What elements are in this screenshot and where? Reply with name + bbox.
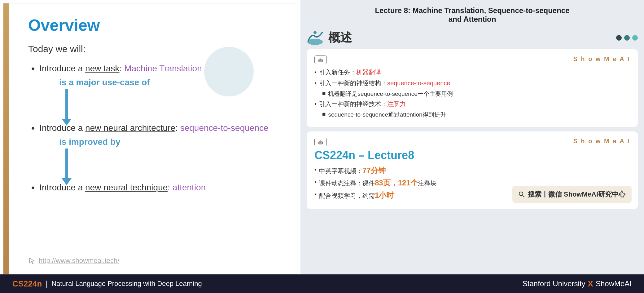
card2-dot-2: • xyxy=(314,179,317,186)
svg-point-1 xyxy=(313,31,317,34)
bullet-text-2: Introduce a new neural architecture: seq… xyxy=(39,123,268,133)
card1-sub-text-1: 机器翻译是sequence-to-sequence一个主要用例 xyxy=(328,90,453,98)
right-panel: Lecture 8: Machine Translation, Sequence… xyxy=(300,0,644,277)
card1-sub-text-2: sequence-to-sequence通过attention得到提升 xyxy=(328,111,446,119)
card1-bullet-1: • 引入新任务：机器翻译 xyxy=(314,68,630,77)
card1-dot-1: • xyxy=(314,69,317,76)
slide-left-bar xyxy=(3,3,9,274)
card2-text-1: 中英字幕视频：77分钟 xyxy=(319,166,386,175)
card1-text-1: 引入新任务：机器翻译 xyxy=(319,68,381,77)
card-1: 🤖 S h o w M e A I • 引入新任务：机器翻译 • 引入一种新的神… xyxy=(307,49,638,127)
bullet-dot-1: • xyxy=(31,63,35,74)
card2-brand: S h o w M e A I xyxy=(573,138,630,145)
bullet-dot-2: • xyxy=(31,122,35,134)
url-text[interactable]: http://www.showmeai.tech/ xyxy=(39,257,119,265)
bottom-bar: CS224n | Natural Language Processing wit… xyxy=(0,274,644,293)
dot-1 xyxy=(616,35,622,41)
svg-point-2 xyxy=(519,192,523,196)
arrow-down-1 xyxy=(65,89,68,120)
svg-line-3 xyxy=(523,195,524,197)
card1-dot-3: • xyxy=(314,100,317,108)
card2-ai-badge: 🤖 xyxy=(314,138,327,146)
card1-bullet-list: • 引入新任务：机器翻译 • 引入一种新的神经结构：sequence-to-se… xyxy=(314,68,630,119)
card2-title: CS224n – Lecture8 xyxy=(314,149,630,162)
underline-new-task: new task xyxy=(85,64,120,73)
slide-title: Overview xyxy=(28,16,278,34)
card1-bullet-3: • 引入一种新的神经技术：注意力 xyxy=(314,100,630,108)
card2-dot-3: • xyxy=(314,191,317,198)
arrow-down-2 xyxy=(65,149,68,180)
bullet-text-1: Introduce a new task: Machine Translatio… xyxy=(39,64,202,73)
seq2seq-text: sequence-to-sequence xyxy=(180,123,269,133)
lecture-title-text: Lecture 8: Machine Translation, Sequence… xyxy=(375,6,569,23)
card-2: 🤖 S h o w M e A I CS224n – Lecture8 • 中英… xyxy=(307,131,638,209)
slide-url: http://www.showmeai.tech/ xyxy=(28,257,119,265)
section-title-row: 概述 xyxy=(307,30,638,46)
bottom-separator: | xyxy=(46,279,48,289)
card1-sub-2: ■ sequence-to-sequence通过attention得到提升 xyxy=(322,111,630,119)
card1-sub-1: ■ 机器翻译是sequence-to-sequence一个主要用例 xyxy=(322,90,630,98)
card1-colored-3: 注意力 xyxy=(387,100,406,107)
section-title-left: 概述 xyxy=(307,30,352,46)
lecture-header: Lecture 8: Machine Translation, Sequence… xyxy=(307,3,638,27)
card2-dot-1: • xyxy=(314,166,317,173)
card1-text-3: 引入一种新的神经技术：注意力 xyxy=(319,100,406,108)
main-container: Overview Today we will: • Introduce a ne… xyxy=(0,0,644,277)
bottom-subtitle: Natural Language Processing with Deep Le… xyxy=(51,280,202,288)
card2-badge-text: 🤖 xyxy=(318,140,323,144)
bottom-right: Stanford University X ShowMeAI xyxy=(523,279,632,289)
card2-bullet-1: • 中英字幕视频：77分钟 xyxy=(314,166,630,175)
bottom-cs224n: CS224n xyxy=(12,279,42,289)
wave-icon xyxy=(307,30,324,46)
bottom-x: X xyxy=(588,279,593,289)
dot-2 xyxy=(624,35,630,41)
attention-text: attention xyxy=(173,183,206,192)
search-overlay[interactable]: 搜索丨微信 ShowMeAI研究中心 xyxy=(512,186,632,203)
bullet-dot-3: • xyxy=(31,182,35,193)
card1-dot-2: • xyxy=(314,80,317,87)
bottom-stanford: Stanford University xyxy=(523,279,585,288)
card2-text-3: 配合视频学习，约需1小时 xyxy=(319,190,394,200)
slide-panel: Overview Today we will: • Introduce a ne… xyxy=(3,3,297,274)
cursor-icon xyxy=(28,257,36,265)
machine-translation-text: Machine Translation xyxy=(124,64,202,73)
circle-decoration xyxy=(204,47,254,96)
card1-sub-icon-1: ■ xyxy=(322,90,326,97)
dots-row xyxy=(616,35,638,41)
card2-text-2: 课件动态注释：课件83页，121个注释块 xyxy=(319,178,436,188)
card1-brand: S h o w M e A I xyxy=(573,55,630,63)
bottom-left: CS224n | Natural Language Processing wit… xyxy=(12,279,202,289)
card1-text-2: 引入一种新的神经结构：sequence-to-sequence xyxy=(319,79,450,87)
search-icon xyxy=(519,191,525,198)
card1-badge-text: 🤖 xyxy=(318,58,323,62)
dot-3 xyxy=(632,35,638,41)
card2-colored-2: 83页，121个 xyxy=(375,179,418,187)
card1-ai-badge: 🤖 xyxy=(314,55,327,64)
bottom-showmeai: ShowMeAI xyxy=(596,279,632,288)
card2-colored-3: 1小时 xyxy=(375,191,394,199)
card2-colored-1: 77分钟 xyxy=(362,166,386,175)
card1-sub-icon-2: ■ xyxy=(322,111,326,118)
arrow-section-2: is improved by xyxy=(53,137,278,180)
card1-bullet-2: • 引入一种新的神经结构：sequence-to-sequence xyxy=(314,79,630,87)
underline-neural-tech: new neural technique xyxy=(85,183,168,192)
search-text: 搜索丨微信 ShowMeAI研究中心 xyxy=(528,190,625,199)
arrow-label-1: is a major use-case of xyxy=(59,78,150,87)
card1-colored-2: sequence-to-sequence xyxy=(387,80,450,87)
svg-point-0 xyxy=(307,39,323,45)
section-title-text: 概述 xyxy=(328,30,352,46)
card1-colored-1: 机器翻译 xyxy=(356,69,381,76)
arrow-label-2: is improved by xyxy=(59,137,120,147)
underline-neural-arch: new neural architecture xyxy=(85,123,175,133)
